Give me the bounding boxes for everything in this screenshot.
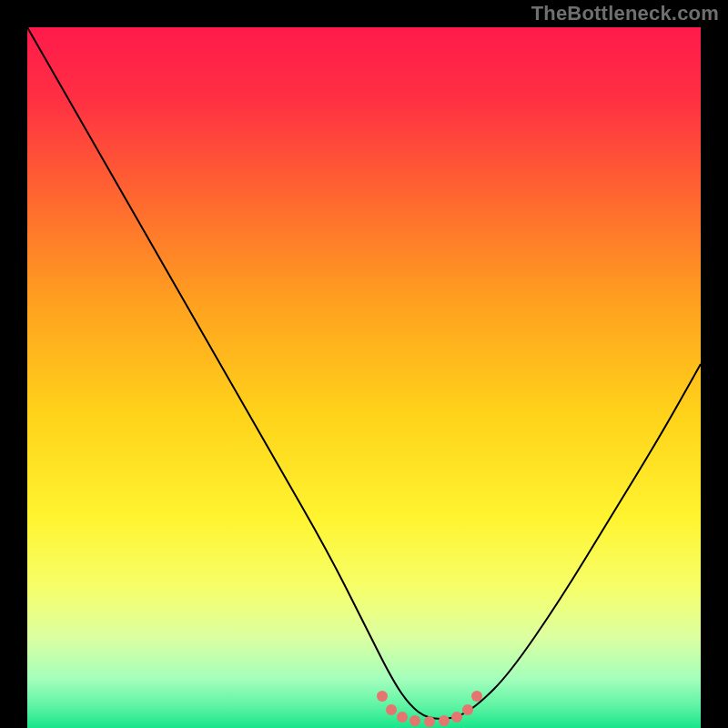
highlight-dot xyxy=(386,704,397,715)
highlight-dot xyxy=(471,691,482,702)
chart-frame: { "watermark": "TheBottleneck.com", "cha… xyxy=(0,0,728,728)
highlight-dot xyxy=(439,715,450,726)
highlight-dot xyxy=(397,712,408,723)
highlight-dot xyxy=(462,704,473,715)
highlight-dot xyxy=(451,712,462,723)
highlight-dot xyxy=(410,715,420,726)
watermark-text: TheBottleneck.com xyxy=(531,2,719,25)
chart-svg xyxy=(0,0,728,728)
highlight-dot xyxy=(424,716,435,727)
highlight-dot xyxy=(377,691,388,702)
